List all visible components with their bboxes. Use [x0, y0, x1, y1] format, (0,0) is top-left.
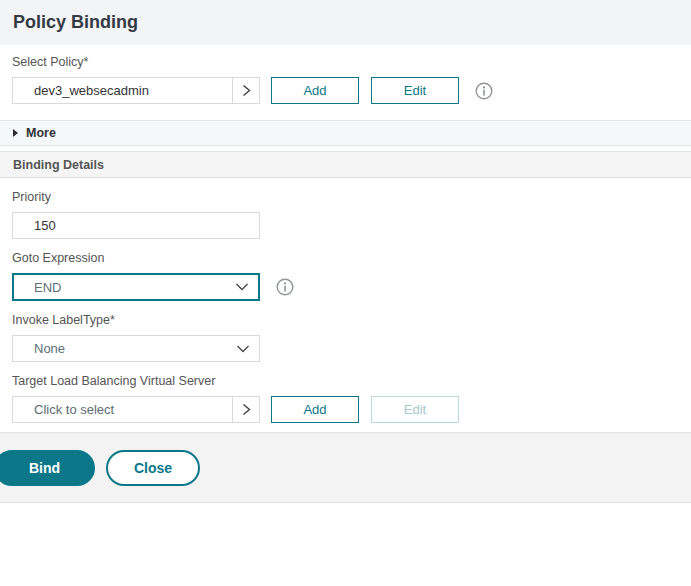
chevron-down-icon: [235, 283, 249, 292]
select-policy-picker[interactable]: dev3_websecadmin: [12, 77, 260, 104]
goto-expression-select[interactable]: END: [12, 273, 260, 301]
priority-label: Priority: [12, 190, 679, 204]
target-lb-edit-button: Edit: [371, 396, 459, 423]
chevron-down-icon: [236, 344, 250, 353]
priority-input[interactable]: [12, 212, 260, 239]
select-policy-label: Select Policy*: [12, 55, 679, 69]
target-lb-placeholder: Click to select: [13, 397, 232, 422]
binding-details-form: Priority Goto Expression END Invok: [0, 190, 691, 423]
invoke-labeltype-value: None: [34, 341, 65, 356]
more-label: More: [26, 126, 56, 140]
goto-expression-value: END: [34, 280, 61, 295]
target-lb-add-button[interactable]: Add: [271, 396, 359, 423]
triangle-right-icon: [13, 129, 18, 137]
binding-details-heading: Binding Details: [13, 158, 104, 172]
goto-expression-label: Goto Expression: [12, 251, 679, 265]
policy-add-button[interactable]: Add: [271, 77, 359, 104]
close-button[interactable]: Close: [106, 450, 200, 486]
chevron-right-icon[interactable]: [232, 78, 259, 103]
info-icon[interactable]: [276, 278, 294, 296]
info-icon[interactable]: [475, 82, 493, 100]
page-title: Policy Binding: [13, 12, 138, 33]
select-policy-value: dev3_websecadmin: [13, 78, 232, 103]
bind-button[interactable]: Bind: [0, 450, 95, 486]
chevron-right-icon[interactable]: [232, 397, 259, 422]
dialog-header: Policy Binding: [0, 0, 691, 45]
target-lb-label: Target Load Balancing Virtual Server: [12, 374, 679, 388]
footer-bar: Bind Close: [0, 432, 691, 503]
invoke-labeltype-label: Invoke LabelType*: [12, 313, 679, 327]
target-lb-picker[interactable]: Click to select: [12, 396, 260, 423]
policy-edit-button[interactable]: Edit: [371, 77, 459, 104]
binding-details-bar: Binding Details: [0, 151, 691, 178]
invoke-labeltype-select[interactable]: None: [12, 335, 260, 362]
select-policy-section: Select Policy* dev3_websecadmin Add Edit: [0, 45, 691, 104]
more-expander[interactable]: More: [0, 120, 691, 146]
